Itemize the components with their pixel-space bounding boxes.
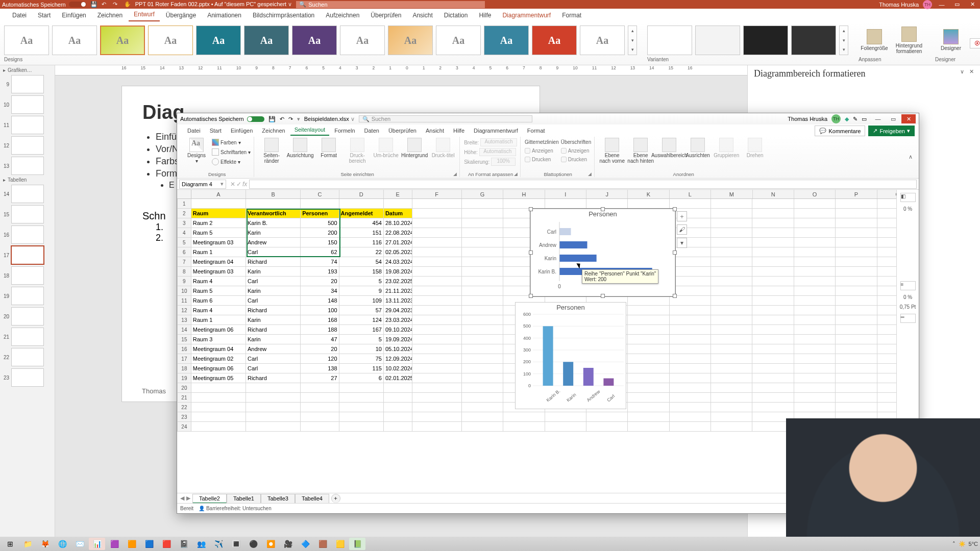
cell[interactable]	[545, 199, 586, 209]
cell[interactable]	[503, 422, 545, 432]
slide-thumbnail[interactable]: 13	[0, 156, 55, 176]
cell[interactable]	[836, 393, 877, 403]
xl-search-input[interactable]: 🔍 Suchen	[359, 115, 532, 122]
xl-tab-seitenlayout[interactable]: Seitenlayout	[290, 125, 330, 136]
cell[interactable]	[752, 364, 794, 373]
cell[interactable]	[711, 315, 752, 325]
cell[interactable]	[628, 306, 669, 315]
effects-menu[interactable]: Effekte ▾	[212, 157, 251, 166]
row-header[interactable]: 21	[177, 393, 191, 403]
cell[interactable]	[586, 412, 628, 422]
cell[interactable]	[462, 218, 503, 228]
cell[interactable]	[301, 383, 339, 393]
cell[interactable]	[711, 277, 752, 286]
cell[interactable]	[752, 238, 794, 247]
xl-tab-einfügen[interactable]: Einfügen	[227, 126, 257, 136]
cell[interactable]	[412, 403, 462, 412]
cell[interactable]: 193	[301, 267, 339, 277]
cell[interactable]	[628, 422, 669, 432]
column-header[interactable]: H	[503, 190, 545, 198]
cell[interactable]	[836, 383, 877, 393]
cell[interactable]	[339, 199, 384, 209]
cell[interactable]	[670, 344, 711, 354]
line-type-button[interactable]: ≡	[900, 281, 916, 290]
cell[interactable]	[462, 277, 503, 286]
taskbar-app-icon[interactable]: 🟥	[158, 538, 175, 550]
column-header[interactable]: L	[670, 190, 711, 198]
pp-tab-hilfe[interactable]: Hilfe	[474, 10, 496, 21]
row-header[interactable]: 14	[177, 325, 191, 335]
cell[interactable]	[794, 238, 836, 247]
cell[interactable]	[752, 228, 794, 238]
cell[interactable]	[246, 422, 301, 432]
line-style-button[interactable]: ═	[900, 314, 916, 323]
row-header[interactable]: 16	[177, 344, 191, 354]
cell[interactable]	[752, 286, 794, 296]
cell[interactable]: 19.08.2024	[384, 267, 412, 277]
column-header[interactable]: O	[794, 190, 836, 198]
cell[interactable]	[384, 412, 412, 422]
slide-thumbnail[interactable]: 12	[0, 135, 55, 156]
pp-window-maximize[interactable]: ▭	[951, 1, 963, 8]
cell[interactable]	[670, 335, 711, 344]
slide-thumbnail[interactable]: 9	[0, 74, 55, 94]
thumbs-section-tables[interactable]: ▸Tabellen	[0, 176, 55, 184]
cell[interactable]	[628, 364, 669, 373]
undo-icon[interactable]: ↶	[102, 1, 109, 8]
cell[interactable]	[412, 335, 462, 344]
cell[interactable]: 47	[301, 335, 339, 344]
cell[interactable]	[412, 209, 462, 218]
cell[interactable]	[191, 403, 246, 412]
cell[interactable]	[836, 344, 877, 354]
taskbar-firefox-icon[interactable]: 🦊	[37, 538, 53, 550]
cell[interactable]: Raum	[191, 209, 246, 218]
theme-gallery-more[interactable]: ▴▾▾	[628, 26, 637, 55]
cell[interactable]	[339, 403, 384, 412]
cell[interactable]	[670, 393, 711, 403]
cell[interactable]: 100	[301, 306, 339, 315]
cell[interactable]	[628, 403, 669, 412]
cell[interactable]: Raum 5	[191, 286, 246, 296]
theme-thumb-10[interactable]: Aa	[436, 26, 481, 55]
cell[interactable]: Raum 4	[191, 306, 246, 315]
cell[interactable]: 28.10.2024	[384, 218, 412, 228]
column-header[interactable]: E	[384, 190, 412, 198]
cell[interactable]	[628, 354, 669, 364]
variant-gallery-more[interactable]: ▴▾▾	[839, 26, 848, 55]
cell[interactable]	[711, 228, 752, 238]
row-header[interactable]: 4	[177, 228, 191, 238]
pp-tab-animationen[interactable]: Animationen	[202, 10, 247, 21]
bring-forward-button[interactable]: Ebene nach vorne	[599, 138, 625, 164]
cell[interactable]: 10	[339, 344, 384, 354]
cell[interactable]: 19.09.2024	[384, 335, 412, 344]
system-tray[interactable]: ˄ ☀️ 5°C	[952, 541, 978, 547]
cell[interactable]	[462, 238, 503, 247]
cell[interactable]: 57	[339, 306, 384, 315]
cell[interactable]	[586, 422, 628, 432]
column-header[interactable]: G	[462, 190, 503, 198]
name-box[interactable]: Diagramm 4▾	[179, 180, 226, 189]
xl-comments-button[interactable]: 💬Kommentare	[815, 126, 865, 136]
row-header[interactable]: 11	[177, 296, 191, 306]
cell[interactable]	[836, 209, 877, 218]
cell[interactable]: 10.02.2024	[384, 364, 412, 373]
theme-thumb-5[interactable]: Aa	[196, 26, 241, 55]
taskbar-app-icon[interactable]: ⚫	[245, 538, 261, 550]
format-background-button[interactable]: Hintergrund formatieren	[893, 27, 925, 54]
cell[interactable]	[711, 267, 752, 277]
cell[interactable]	[794, 315, 836, 325]
fx-icon[interactable]: fx	[242, 181, 247, 188]
cell[interactable]	[301, 412, 339, 422]
cell[interactable]: 167	[339, 325, 384, 335]
cell[interactable]: 05.10.2024	[384, 344, 412, 354]
cell[interactable]: Richard	[246, 306, 301, 315]
cell[interactable]	[412, 296, 462, 306]
cell[interactable]: 34	[301, 286, 339, 296]
taskbar-app-icon[interactable]: 🟨	[332, 538, 348, 550]
touch-mode-icon[interactable]: ✋	[124, 1, 131, 8]
cell[interactable]	[794, 383, 836, 393]
cell[interactable]	[462, 315, 503, 325]
taskbar-chrome-icon[interactable]: 🌐	[54, 538, 70, 550]
redo-icon[interactable]: ↷	[113, 1, 120, 8]
xl-tab-formeln[interactable]: Formeln	[330, 126, 359, 136]
